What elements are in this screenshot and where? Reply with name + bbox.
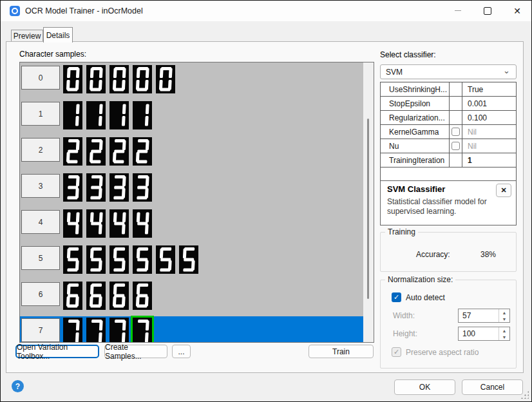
sample-tile[interactable] bbox=[109, 137, 129, 166]
tab-details[interactable]: Details bbox=[43, 27, 73, 43]
sample-row-4[interactable]: 4 bbox=[20, 208, 363, 244]
sample-tile[interactable] bbox=[86, 245, 106, 274]
classifier-dropdown[interactable]: SVM ⌄ bbox=[380, 64, 517, 79]
height-label: Height: bbox=[393, 329, 417, 338]
sample-char-button[interactable]: 0 bbox=[21, 66, 60, 90]
seven-segment-digit-glyph bbox=[109, 137, 129, 166]
sample-row-6[interactable]: 6 bbox=[20, 280, 363, 316]
minimize-button[interactable] bbox=[443, 1, 473, 21]
seven-segment-digit-glyph bbox=[133, 65, 152, 93]
close-button[interactable]: ✕ bbox=[502, 1, 532, 21]
maximize-button[interactable] bbox=[473, 1, 502, 21]
sample-char-button[interactable]: 3 bbox=[21, 174, 60, 198]
sample-row-2[interactable]: 2 bbox=[20, 136, 363, 172]
property-row[interactable]: NuNil bbox=[381, 139, 516, 153]
property-row[interactable]: StopEpsilon0.001 bbox=[381, 97, 516, 111]
sample-tile[interactable] bbox=[63, 65, 82, 93]
property-row[interactable]: Regularization...0.100 bbox=[381, 111, 516, 125]
sample-tile[interactable] bbox=[133, 282, 152, 310]
help-button[interactable]: ? bbox=[12, 380, 24, 392]
width-spinner[interactable]: 57 ▲ ▼ bbox=[458, 309, 510, 323]
sample-tile[interactable] bbox=[133, 209, 152, 238]
close-icon: ✕ bbox=[500, 186, 506, 195]
seven-segment-digit-glyph bbox=[63, 209, 82, 238]
sample-tile[interactable] bbox=[109, 209, 129, 238]
train-button[interactable]: Train bbox=[309, 345, 374, 358]
property-checkbox[interactable] bbox=[451, 128, 460, 136]
sample-tile[interactable] bbox=[156, 245, 175, 274]
spinner-up-icon[interactable]: ▲ bbox=[502, 329, 507, 333]
spinner-down-icon[interactable]: ▼ bbox=[502, 335, 507, 340]
property-name: Nu bbox=[381, 139, 450, 153]
sample-tile[interactable] bbox=[86, 137, 106, 166]
width-spin-buttons: ▲ ▼ bbox=[499, 309, 509, 322]
sample-tile[interactable] bbox=[133, 245, 152, 274]
ok-button[interactable]: OK bbox=[394, 379, 455, 395]
sample-tile[interactable] bbox=[63, 282, 82, 310]
sample-row-7[interactable]: 7 bbox=[20, 316, 363, 342]
property-row[interactable]: KernelGammaNil bbox=[381, 125, 516, 139]
open-variation-toolbox-button[interactable]: Open Variation Toolbox... bbox=[15, 345, 99, 358]
sample-tile[interactable] bbox=[86, 282, 106, 310]
sample-tile[interactable] bbox=[109, 318, 129, 342]
create-samples-button[interactable]: Create Samples... bbox=[104, 345, 167, 358]
sample-tile[interactable] bbox=[63, 101, 82, 129]
description-close-button[interactable]: ✕ bbox=[496, 184, 511, 197]
sample-tile[interactable] bbox=[156, 65, 175, 93]
sample-tile[interactable] bbox=[63, 318, 82, 342]
cancel-button[interactable]: Cancel bbox=[462, 379, 523, 395]
sample-char-button[interactable]: 2 bbox=[21, 138, 60, 162]
sample-char-button[interactable]: 4 bbox=[21, 210, 60, 234]
seven-segment-digit-glyph bbox=[133, 282, 152, 310]
sample-tile[interactable] bbox=[133, 65, 152, 93]
more-options-button[interactable]: ... bbox=[172, 345, 191, 358]
property-checkbox-cell bbox=[450, 153, 462, 167]
sample-row-3[interactable]: 3 bbox=[20, 172, 363, 208]
sample-char-button[interactable]: 5 bbox=[21, 246, 60, 270]
classifier-description-panel: SVM Classifier ✕ Statistical classifier … bbox=[380, 180, 517, 225]
sample-row-5[interactable]: 5 bbox=[20, 244, 363, 280]
property-row[interactable]: UseShrinkingH...True bbox=[381, 82, 516, 97]
property-row[interactable]: TrainingIteration1 bbox=[381, 153, 516, 168]
sample-tile[interactable] bbox=[86, 173, 106, 202]
property-value: Nil bbox=[462, 142, 516, 151]
sample-char-button[interactable]: 1 bbox=[21, 102, 60, 126]
seven-segment-digit-glyph bbox=[133, 173, 152, 202]
spinner-up-icon[interactable]: ▲ bbox=[502, 311, 507, 315]
sample-tile[interactable] bbox=[133, 173, 152, 202]
sample-tile[interactable] bbox=[109, 173, 129, 202]
sample-row-0[interactable]: 0 bbox=[20, 64, 363, 100]
classifier-description-title: SVM Classifier bbox=[387, 184, 445, 194]
sample-tile[interactable] bbox=[63, 245, 82, 274]
sample-tile[interactable] bbox=[63, 137, 82, 166]
seven-segment-digit-glyph bbox=[109, 282, 129, 310]
sample-tile[interactable] bbox=[109, 245, 129, 274]
height-spinner[interactable]: 100 ▲ ▼ bbox=[458, 327, 510, 341]
sample-tile[interactable] bbox=[63, 173, 82, 202]
sample-tile[interactable] bbox=[179, 245, 198, 274]
sample-tile[interactable] bbox=[109, 65, 129, 93]
character-samples-list[interactable]: 01234567 bbox=[19, 62, 374, 343]
sample-tile[interactable] bbox=[133, 101, 152, 129]
auto-detect-checkbox[interactable]: ✓ bbox=[392, 292, 401, 302]
sample-tile[interactable] bbox=[109, 101, 129, 129]
spinner-down-icon[interactable]: ▼ bbox=[502, 317, 507, 321]
property-value: 1 bbox=[462, 156, 516, 165]
list-scrollbar[interactable] bbox=[363, 62, 374, 342]
sample-char-button[interactable]: 7 bbox=[21, 318, 60, 342]
sample-tile[interactable] bbox=[86, 209, 106, 238]
sample-tile[interactable] bbox=[133, 318, 152, 342]
sample-char-button[interactable]: 6 bbox=[21, 282, 60, 306]
sample-tile[interactable] bbox=[109, 282, 129, 310]
sample-row-1[interactable]: 1 bbox=[20, 100, 363, 136]
sample-tile[interactable] bbox=[86, 65, 106, 93]
sample-tile[interactable] bbox=[86, 318, 106, 342]
list-scrollbar-thumb[interactable] bbox=[367, 119, 369, 299]
property-checkbox[interactable] bbox=[451, 142, 460, 150]
sample-tile[interactable] bbox=[133, 137, 152, 166]
property-checkbox-cell bbox=[450, 111, 462, 124]
auto-detect-label: Auto detect bbox=[406, 293, 445, 302]
sample-tile[interactable] bbox=[86, 101, 106, 129]
tab-preview[interactable]: Preview bbox=[11, 30, 43, 42]
sample-tile[interactable] bbox=[63, 209, 82, 238]
